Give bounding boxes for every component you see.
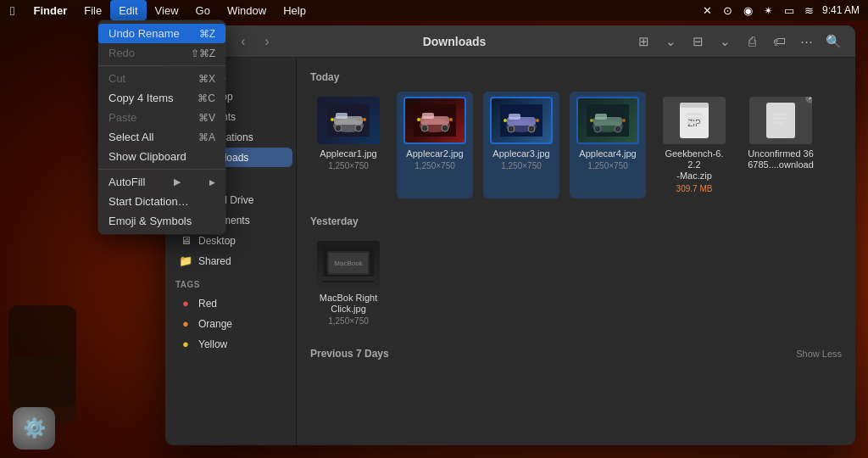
desktop-icon: 🖥 [179, 234, 192, 247]
menubar-finder[interactable]: Finder [25, 0, 75, 20]
file-size-applecar2: 1,250×750 [415, 161, 455, 170]
control-center-icon[interactable]: ◉ [741, 3, 756, 18]
forward-button[interactable]: › [257, 31, 277, 52]
svg-point-3 [335, 125, 342, 131]
sidebar-item-red[interactable]: ● Red [169, 293, 292, 313]
sidebar-item-yellow[interactable]: ● Yellow [169, 334, 292, 354]
file-size-applecar1: 1,250×750 [328, 161, 369, 170]
bluetooth-menu-icon[interactable]: ✕ [700, 3, 715, 18]
finder-window: ‹ › Downloads ⊞ ⌄ ⊟ ⌄ ⎙ 🏷 ⋯ 🔍 Favorites … [165, 25, 855, 445]
file-name-macbook: MacBok Right Click.jpg [315, 293, 381, 315]
svg-point-4 [355, 125, 362, 131]
svg-rect-38 [766, 103, 795, 138]
menubar-window[interactable]: Window [219, 0, 275, 20]
menu-item-redo: Redo ⇧⌘Z [98, 43, 225, 63]
file-size-macbook: 1,250×750 [328, 316, 369, 326]
sidebar-red-label: Red [198, 298, 217, 310]
share-button[interactable]: ⎙ [740, 31, 764, 52]
file-name-applecar1: Applecar1.jpg [320, 148, 376, 159]
today-section-label: Today [310, 71, 842, 83]
menu-item-cut: Cut ⌘X [98, 69, 225, 88]
focus-menu-icon[interactable]: ⊙ [721, 3, 736, 18]
menu-item-autofill[interactable]: AutoFill ▶ [98, 172, 225, 192]
action-button[interactable]: ⋯ [794, 31, 818, 52]
back-button[interactable]: ‹ [233, 31, 253, 52]
svg-point-20 [528, 126, 535, 132]
svg-rect-45 [323, 276, 374, 281]
svg-point-15 [449, 118, 453, 121]
sidebar-item-orange[interactable]: ● Orange [169, 314, 292, 333]
sidebar-orange-label: Orange [198, 318, 232, 330]
svg-point-12 [442, 125, 448, 131]
menubar-edit[interactable]: Edit [110, 0, 146, 20]
menubar-view[interactable]: View [147, 0, 187, 20]
show-less-button[interactable]: Show Less [796, 349, 842, 359]
file-thumbnail-applecar4 [576, 97, 639, 144]
view-icon-grid[interactable]: ⊞ [632, 31, 655, 52]
edit-menu-dropdown: Undo Rename ⌘Z Redo ⇧⌘Z Cut ⌘X Copy 4 It… [98, 20, 225, 234]
file-item-geekbench[interactable]: ZIP Geekbench-6.2.2-Mac.zip 309.7 MB [656, 92, 732, 198]
svg-rect-5 [336, 113, 348, 119]
apple-menu[interactable]:  [0, 0, 25, 20]
svg-rect-36 [687, 117, 702, 120]
svg-rect-21 [509, 114, 520, 120]
system-preferences-icon[interactable]: ⚙️ [13, 407, 55, 450]
menu-separator-2 [98, 169, 225, 170]
svg-rect-41 [773, 121, 783, 124]
menubar-help[interactable]: Help [275, 0, 314, 20]
menu-item-start-dictation[interactable]: Start Dictation… [98, 192, 225, 211]
menubar-go[interactable]: Go [187, 0, 219, 20]
menu-item-show-clipboard[interactable]: Show Clipboard [98, 147, 225, 166]
svg-point-28 [615, 126, 621, 132]
file-thumbnail-applecar2 [403, 97, 466, 144]
menu-shortcut-select-all: ⌘A [198, 131, 215, 143]
previous-section-label: Previous 7 Days [310, 348, 389, 360]
finder-main-content: Today [297, 58, 855, 445]
svg-point-6 [331, 118, 334, 121]
view-chevron[interactable]: ⌄ [659, 31, 682, 52]
menu-item-undo-rename[interactable]: Undo Rename ⌘Z [98, 24, 225, 43]
yesterday-files-grid: MacBook MacBok Right Click.jpg 1,250×750 [310, 236, 842, 331]
previous-section-header: Previous 7 Days Show Less [310, 348, 842, 360]
svg-point-23 [536, 119, 539, 122]
svg-point-27 [594, 126, 601, 132]
file-item-applecar4[interactable]: Applecar4.jpg 1,250×750 [570, 92, 646, 198]
clock: 9:41 AM [822, 4, 860, 16]
file-size-applecar3: 1,250×750 [501, 161, 542, 170]
battery-icon[interactable]: ▭ [782, 3, 797, 18]
file-thumbnail-geekbench: ZIP [663, 97, 726, 144]
sidebar-desktop-label: Desktop [198, 235, 236, 247]
file-name-geekbench: Geekbench-6.2.2-Mac.zip [661, 148, 727, 182]
svg-point-11 [421, 125, 428, 131]
view-grid2[interactable]: ⊟ [686, 31, 709, 52]
search-button[interactable]: 🔍 [821, 31, 845, 52]
file-item-macbook[interactable]: MacBook MacBok Right Click.jpg 1,250×750 [310, 236, 387, 331]
view-options[interactable]: ⌄ [713, 31, 737, 52]
bluetooth-icon[interactable]: ✴ [761, 3, 776, 18]
menu-shortcut-paste: ⌘V [198, 112, 215, 124]
menu-item-emoji-symbols[interactable]: Emoji & Symbols [98, 211, 225, 231]
wifi-icon[interactable]: ≋ [802, 3, 817, 18]
svg-point-30 [590, 119, 593, 122]
menu-shortcut-copy: ⌘C [198, 92, 215, 104]
menu-shortcut-redo: ⇧⌘Z [191, 47, 215, 59]
file-item-applecar2[interactable]: Applecar2.jpg 1,250×750 [397, 92, 473, 198]
menu-item-select-all[interactable]: Select All ⌘A [98, 127, 225, 147]
menu-shortcut-cut: ⌘X [198, 73, 215, 85]
svg-rect-40 [773, 117, 788, 120]
sidebar-tags-label: Tags [165, 271, 296, 293]
menubar:  Finder File Edit View Go Window Help ✕… [0, 0, 868, 20]
file-size-applecar4: 1,250×750 [587, 161, 628, 170]
svg-point-22 [504, 119, 507, 122]
file-thumbnail-macbook: MacBook [317, 241, 380, 288]
file-item-unconfirmed[interactable]: ✕ Unconfirmed 366785....ownload [743, 92, 819, 198]
tag-button[interactable]: 🏷 [767, 31, 791, 52]
menubar-file[interactable]: File [75, 0, 110, 20]
menu-item-copy-4-items[interactable]: Copy 4 Items ⌘C [98, 88, 225, 108]
sidebar-item-shared[interactable]: 📁 Shared [169, 251, 292, 271]
file-item-applecar3[interactable]: Applecar3.jpg 1,250×750 [483, 92, 559, 198]
sidebar-yellow-label: Yellow [198, 338, 227, 350]
file-item-applecar1[interactable]: Applecar1.jpg 1,250×750 [310, 92, 387, 198]
menu-item-paste: Paste ⌘V [98, 108, 225, 127]
svg-rect-35 [687, 113, 702, 115]
